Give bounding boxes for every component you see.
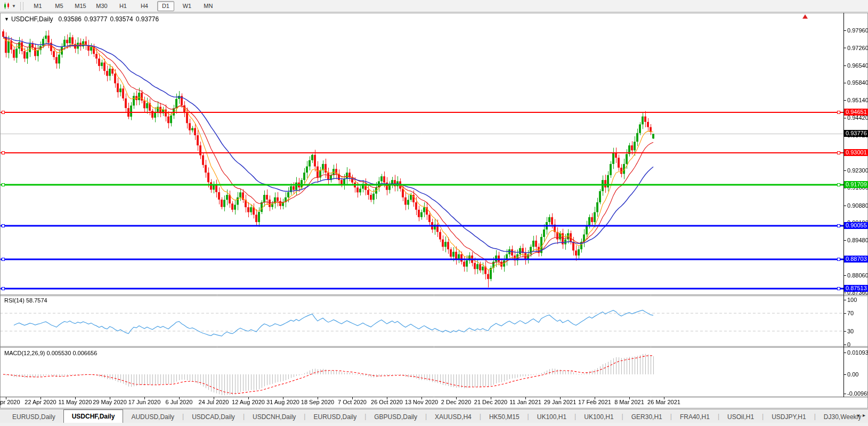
macd-tick-label: 0.010933 <box>847 349 868 356</box>
rsi-tick-label: 100 <box>847 297 857 303</box>
price-tick-label: 0.95140 <box>847 97 868 103</box>
chart-tab-eurusd-daily[interactable]: EURUSD,Daily <box>4 412 63 423</box>
chart-tab-eurusd-daily[interactable]: EURUSD,Daily <box>305 412 364 423</box>
chart-tab-uk100-h1[interactable]: UK100,H1 <box>529 412 574 423</box>
timeframe-button-m30[interactable]: M30 <box>93 1 110 11</box>
chart-tab-usdchf-daily[interactable]: USDCHF,Daily <box>63 409 124 423</box>
hline-price-label: 0.93001 <box>844 149 868 156</box>
chart-tab-audusd-daily[interactable]: AUDUSD,Daily <box>123 412 182 423</box>
tab-scroll-left-icon[interactable]: ◂ <box>857 412 859 418</box>
ohlc-close: 0.93776 <box>136 15 159 23</box>
chart-tab-xauusd-h4[interactable]: XAUUSD,H4 <box>427 412 480 423</box>
timeframe-button-w1[interactable]: W1 <box>179 1 196 11</box>
price-tick-label: 0.95840 <box>847 79 868 86</box>
date-tick-label: 26 Mar 2021 <box>647 399 680 405</box>
timeframe-button-h4[interactable]: H4 <box>136 1 153 11</box>
rsi-tick-label: 70 <box>847 310 854 316</box>
price-tick-label: 0.97260 <box>847 45 868 51</box>
date-tick-label: 31 Aug 2020 <box>266 399 299 405</box>
date-tick-label: 7 Oct 2020 <box>338 399 367 405</box>
symbol-tab-bar: EURUSD,DailyUSDCHF,DailyAUDUSD,Daily|USD… <box>0 409 868 423</box>
chart-tab-usdjpy-h1[interactable]: USDJPY,H1 <box>764 412 814 423</box>
price-tick-label: 0.90880 <box>847 202 868 209</box>
chart-tab-usdcad-daily[interactable]: USDCAD,Daily <box>184 412 243 423</box>
macd-tick-label: 0.00 <box>847 371 858 378</box>
candlestick-glyph <box>3 2 11 10</box>
chevron-down-icon: ▼ <box>12 4 16 9</box>
tab-scroll-arrows: ◂▸ <box>854 412 865 418</box>
date-tick-label: 8 Mar 2021 <box>614 399 644 405</box>
date-tick-label: 26 Oct 2020 <box>371 399 403 405</box>
price-tick-label: 0.94420 <box>847 114 868 121</box>
timeframe-button-d1[interactable]: D1 <box>157 1 174 11</box>
date-tick-label: 22 Apr 2020 <box>25 399 56 405</box>
timeframe-button-h1[interactable]: H1 <box>115 1 132 11</box>
macd-tick-label: -0.009653 <box>847 390 868 397</box>
date-tick-label: 24 Jul 2020 <box>199 399 229 405</box>
tab-scroll-right-icon[interactable]: ▸ <box>863 412 865 418</box>
metatrader-window: ▼ M1M5M15M30H1H4D1W1MN ▼USDCHF,Daily0.93… <box>0 0 868 426</box>
collapse-icon[interactable]: ▼ <box>4 17 9 22</box>
macd-label: MACD(12,26,9) 0.005530 0.006656 <box>4 350 97 356</box>
date-tick-label: 6 Jul 2020 <box>166 399 193 405</box>
timeframe-toolbar: ▼ M1M5M15M30H1H4D1W1MN <box>0 0 868 12</box>
current-price-label: 0.93776 <box>844 130 868 137</box>
chart-type-icon[interactable]: ▼ <box>2 2 18 10</box>
date-tick-label: 12 Aug 2020 <box>232 399 265 405</box>
hline-price-label: 0.90055 <box>844 222 868 229</box>
date-tick-label: 29 Jan 2021 <box>544 399 577 405</box>
hline-price-label: 0.91709 <box>844 181 868 188</box>
symbol-name: USDCHF,Daily <box>11 15 53 23</box>
date-tick-label: 13 Nov 2020 <box>405 399 438 405</box>
date-tick-label: 17 Jun 2020 <box>128 399 161 405</box>
chart-title: ▼USDCHF,Daily0.935860.937770.935740.9377… <box>4 15 161 23</box>
hline-price-label: 0.88703 <box>844 256 868 263</box>
price-tick-label: 0.88060 <box>847 272 868 278</box>
hline-price-label: 0.94651 <box>844 109 868 116</box>
timeframe-button-mn[interactable]: MN <box>200 1 217 11</box>
price-tick-label: 0.89480 <box>847 237 868 243</box>
rsi-tick-label: 30 <box>847 328 854 334</box>
timeframe-buttons: M1M5M15M30H1H4D1W1MN <box>27 1 219 11</box>
chart-shift-marker-icon[interactable] <box>802 14 808 19</box>
ohlc-high: 0.93777 <box>84 15 107 23</box>
date-tick-label: 17 Feb 2021 <box>578 399 611 405</box>
price-tick-label: 0.92300 <box>847 167 868 174</box>
ohlc-low: 0.93574 <box>110 15 133 23</box>
timeframe-button-m1[interactable]: M1 <box>29 1 46 11</box>
toolbar-grip[interactable] <box>20 2 23 10</box>
chart-tab-gbpusd-daily[interactable]: GBPUSD,Daily <box>366 412 425 423</box>
rsi-tick-label: 0 <box>847 341 850 348</box>
chart-tab-usoil-h1[interactable]: USOil,H1 <box>719 412 762 423</box>
chart-tab-usdcnh-daily[interactable]: USDCNH,Daily <box>245 412 304 423</box>
date-tick-label: 21 Dec 2020 <box>474 399 507 405</box>
date-tick-label: 18 Sep 2020 <box>301 399 334 405</box>
chart-tab-ger30-h1[interactable]: GER30,H1 <box>623 412 670 423</box>
date-tick-label: 29 May 2020 <box>93 399 127 405</box>
chart-tab-hk50-m15[interactable]: HK50,M15 <box>481 412 528 423</box>
date-tick-label: 3 Apr 2020 <box>0 399 20 405</box>
rsi-label: RSI(14) 58.7574 <box>4 297 47 304</box>
price-chart-canvas[interactable] <box>0 0 868 426</box>
date-tick-label: 2 Dec 2020 <box>441 399 471 405</box>
date-tick-label: 11 May 2020 <box>59 399 92 405</box>
price-tick-label: 0.97960 <box>847 27 868 34</box>
price-tick-label: 0.96540 <box>847 62 868 69</box>
timeframe-button-m5[interactable]: M5 <box>51 1 68 11</box>
ohlc-open: 0.93586 <box>59 15 82 23</box>
chart-tab-uk100-h1[interactable]: UK100,H1 <box>576 412 621 423</box>
chart-tab-fra40-h1[interactable]: FRA40,H1 <box>672 412 718 423</box>
date-tick-label: 11 Jan 2021 <box>509 399 541 405</box>
timeframe-button-m15[interactable]: M15 <box>72 1 89 11</box>
hline-price-label: 0.87513 <box>844 285 868 292</box>
